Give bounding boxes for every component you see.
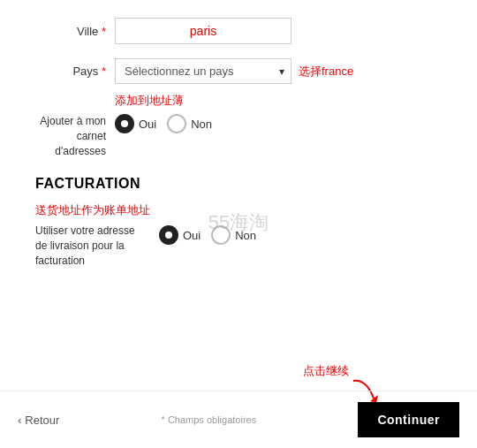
retour-link[interactable]: ‹ Retour — [18, 414, 59, 427]
required-note: * Champs obligatoires — [162, 414, 257, 425]
ville-row: Ville * — [35, 18, 442, 44]
billing-oui-label: Oui — [183, 229, 201, 242]
billing-annotation: 送货地址作为账单地址 — [35, 202, 442, 218]
billing-radio-group: Oui Non — [159, 225, 256, 245]
facturation-heading: FACTURATION — [35, 176, 442, 192]
chevron-left-icon: ‹ — [18, 414, 21, 427]
billing-non-option[interactable]: Non — [211, 225, 256, 245]
continuer-button[interactable]: Continuer — [358, 402, 459, 437]
click-annotation: 点击继续 — [303, 363, 349, 379]
address-non-option[interactable]: Non — [167, 114, 212, 133]
ville-input[interactable] — [115, 18, 292, 44]
pays-select-wrapper: Sélectionnez un pays France ▾ — [115, 58, 292, 84]
address-book-row: Ajouter à mon carnetd'adresses Oui Non — [35, 112, 442, 158]
ville-label: Ville * — [35, 25, 106, 38]
address-annotation: 添加到地址薄 — [115, 93, 442, 109]
address-non-radio[interactable] — [167, 114, 186, 133]
address-oui-option[interactable]: Oui — [115, 114, 156, 133]
address-radio-group: Oui Non — [115, 114, 212, 133]
address-oui-label: Oui — [139, 118, 156, 131]
address-non-label: Non — [191, 118, 212, 131]
pays-row: Pays * Sélectionnez un pays France ▾ 选择f… — [35, 58, 442, 84]
billing-non-radio[interactable] — [211, 225, 231, 245]
billing-row: Utiliser votre adressede livraison pour … — [35, 224, 442, 268]
footer: ‹ Retour * Champs obligatoires Continuer — [0, 391, 477, 448]
billing-label: Utiliser votre adressede livraison pour … — [35, 224, 150, 268]
facturation-section: FACTURATION 55海淘 送货地址作为账单地址 Utiliser vot… — [35, 176, 442, 268]
pays-hint: 选择france — [299, 64, 353, 80]
billing-non-label: Non — [235, 229, 256, 242]
pays-label: Pays * — [35, 65, 106, 78]
pays-select[interactable]: Sélectionnez un pays France — [115, 58, 292, 84]
address-book-label: Ajouter à mon carnetd'adresses — [35, 112, 106, 158]
address-oui-radio[interactable] — [115, 114, 134, 133]
billing-oui-option[interactable]: Oui — [159, 225, 201, 245]
retour-label: Retour — [25, 414, 59, 427]
billing-oui-radio[interactable] — [159, 225, 178, 245]
